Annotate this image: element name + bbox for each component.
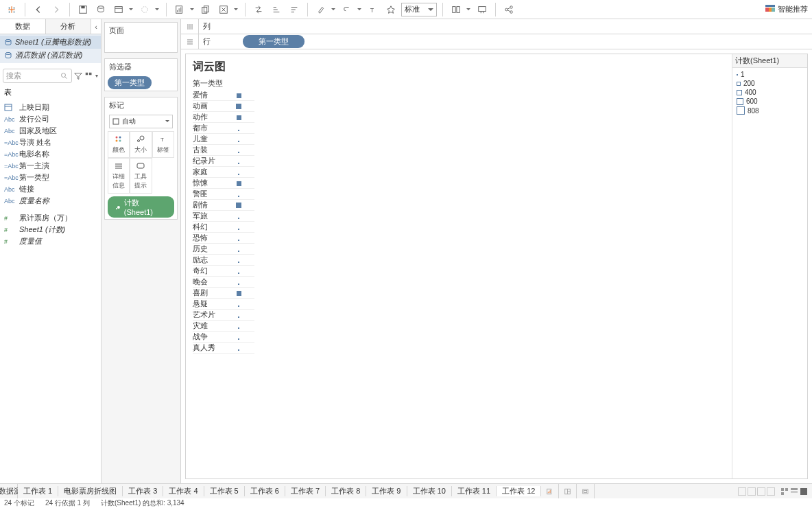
svg-rect-82 — [791, 488, 798, 490]
dimension-field[interactable]: =Abc电影名称 — [0, 148, 101, 160]
data-tab[interactable]: 数据 — [0, 19, 46, 34]
datasource-item[interactable]: Sheet1 (豆瓣电影数据) — [0, 36, 101, 49]
mark-type-dropdown[interactable]: 自动 — [109, 115, 173, 128]
duplicate-icon[interactable] — [198, 2, 213, 17]
filters-shelf[interactable]: 筛选器 第一类型 — [104, 58, 178, 91]
sheet-tab[interactable]: 电影票房折线图 — [58, 486, 123, 496]
new-worksheet-icon[interactable] — [172, 2, 187, 17]
sheet-tab[interactable]: 工作表 6 — [245, 486, 285, 496]
marks-detail[interactable]: 详细信息 — [108, 158, 130, 194]
presentation-icon[interactable] — [475, 2, 490, 17]
forward-icon[interactable] — [49, 2, 64, 17]
search-icon — [60, 72, 69, 80]
status-bar: 24 个标记 24 行依据 1 列 计数(Sheet1) 的总和: 3,134 — [0, 498, 812, 508]
new-story-icon[interactable] — [577, 484, 595, 498]
marks-color[interactable]: 颜色 — [108, 131, 130, 158]
measure-field[interactable]: #度量值 — [0, 235, 101, 247]
svg-line-39 — [508, 8, 510, 9]
filter-icon[interactable] — [73, 71, 83, 81]
pin-icon[interactable] — [383, 2, 398, 17]
dimension-field[interactable]: Abc度量名称 — [0, 195, 101, 207]
share-icon[interactable] — [501, 2, 516, 17]
svg-point-36 — [505, 8, 508, 11]
swap-icon[interactable] — [251, 2, 266, 17]
tableau-logo[interactable] — [4, 2, 19, 17]
sheet-tab[interactable]: 工作表 11 — [452, 486, 497, 496]
dimension-field[interactable]: 上映日期 — [0, 102, 101, 113]
svg-rect-81 — [781, 492, 784, 495]
analytics-tab[interactable]: 分析 — [46, 19, 92, 34]
dimension-field[interactable]: =Abc第一类型 — [0, 172, 101, 183]
svg-rect-11 — [81, 5, 84, 8]
legend-item[interactable]: 200 — [737, 80, 803, 87]
collapse-pane-icon[interactable]: ‹ — [91, 19, 101, 34]
sheet-tab[interactable]: 工作表 1 — [18, 486, 58, 496]
sheet-tab[interactable]: 工作表 3 — [123, 486, 163, 496]
toolbar: T 标准 智能推荐 — [0, 0, 812, 19]
back-icon[interactable] — [31, 2, 46, 17]
show-cards-icon[interactable] — [449, 2, 464, 17]
show-me-button[interactable]: 智能推荐 — [765, 4, 808, 14]
legend-item[interactable]: 808 — [737, 106, 803, 115]
filter-pill[interactable]: 第一类型 — [108, 76, 152, 89]
sheet-tab[interactable]: 工作表 9 — [366, 486, 407, 496]
marks-tooltip[interactable]: 工具提示 — [130, 158, 152, 194]
sort-desc-icon[interactable] — [287, 2, 302, 17]
svg-rect-31 — [453, 6, 455, 12]
pages-shelf[interactable]: 页面 — [104, 22, 178, 53]
row-pill[interactable]: 第一类型 — [243, 35, 304, 48]
svg-point-54 — [138, 140, 140, 142]
attach-icon[interactable] — [339, 2, 355, 17]
new-sheet-icon[interactable] — [541, 484, 559, 498]
columns-shelf[interactable]: 列 — [181, 19, 812, 34]
sheet-tab[interactable]: 工作表 8 — [326, 486, 366, 496]
legend-item[interactable]: 1 — [737, 71, 803, 78]
svg-rect-79 — [781, 488, 784, 491]
dimension-field[interactable]: Abc发行公司 — [0, 113, 101, 125]
tab-nav[interactable] — [734, 487, 812, 496]
new-dashboard-icon[interactable] — [559, 484, 577, 498]
marks-card: 标记 自动 颜色大小T标签详细信息工具提示 计数(Sheet1) — [104, 97, 178, 220]
sheet-tab[interactable]: 工作表 10 — [407, 486, 452, 496]
sheet-tabs-bar: 数据源 工作表 1电影票房折线图工作表 3工作表 4工作表 5工作表 6工作表 … — [0, 483, 812, 498]
view-options-icon[interactable] — [84, 71, 94, 81]
sheet-tab[interactable]: 工作表 7 — [285, 486, 326, 496]
clear-icon[interactable] — [216, 2, 231, 17]
svg-point-43 — [62, 73, 66, 77]
highlight-icon[interactable] — [313, 2, 329, 17]
sheet-tab[interactable]: 工作表 12 — [497, 486, 541, 496]
legend-item[interactable]: 400 — [737, 89, 803, 96]
svg-point-55 — [140, 136, 144, 140]
sheet-tab[interactable]: 工作表 4 — [163, 486, 204, 496]
datasource-item[interactable]: 酒店数据 (酒店数据) — [0, 49, 101, 62]
measure-field[interactable]: #Sheet1 (计数) — [0, 224, 101, 235]
dimension-field[interactable]: =Abc导演 姓名 — [0, 137, 101, 148]
dimension-field[interactable]: Abc国家及地区 — [0, 125, 101, 137]
svg-rect-83 — [791, 491, 798, 493]
sheet-tab[interactable]: 工作表 5 — [204, 486, 245, 496]
refresh-icon[interactable] — [137, 2, 152, 17]
svg-point-62 — [117, 206, 120, 209]
label-toggle-icon[interactable]: T — [366, 2, 381, 17]
fit-dropdown[interactable]: 标准 — [401, 3, 437, 16]
dimension-field[interactable]: Abc链接 — [0, 183, 101, 195]
svg-line-40 — [508, 10, 510, 11]
svg-rect-33 — [479, 6, 486, 11]
save-icon[interactable] — [75, 2, 91, 17]
dimension-field[interactable]: =Abc第一主演 — [0, 160, 101, 172]
legend-item[interactable]: 600 — [737, 97, 803, 105]
sort-asc-icon[interactable] — [269, 2, 284, 17]
marks-label[interactable]: T标签 — [152, 131, 174, 158]
svg-rect-49 — [113, 119, 119, 124]
new-datasource-icon[interactable] — [93, 2, 108, 17]
datasource-tab[interactable]: 数据源 — [0, 484, 18, 498]
chart-view[interactable]: 第一类型爱情动画动作都市儿童古装纪录片家庭惊悚警匪剧情军旅科幻恐怖历史励志奇幻晚… — [193, 78, 254, 354]
search-input[interactable]: 搜索 — [3, 69, 72, 83]
auto-update-icon[interactable] — [111, 2, 126, 17]
size-pill[interactable]: 计数(Sheet1) — [108, 196, 174, 218]
measure-field[interactable]: #累计票房（万） — [0, 212, 101, 224]
rows-shelf[interactable]: 行 第一类型 — [181, 34, 812, 49]
size-legend[interactable]: 计数(Sheet1) 1200400600808 — [732, 54, 807, 478]
marks-size[interactable]: 大小 — [130, 131, 152, 158]
viz-title[interactable]: 词云图 — [193, 60, 725, 74]
